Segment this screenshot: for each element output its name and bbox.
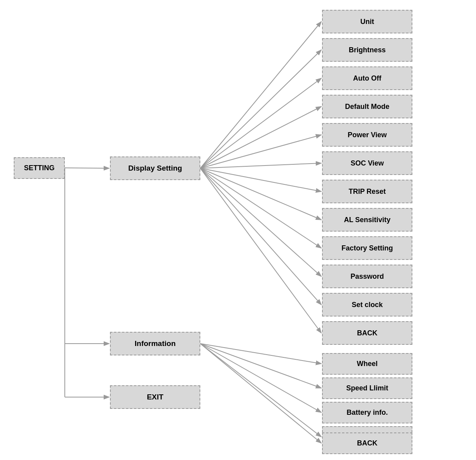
svg-line-60: [200, 344, 321, 443]
dc-set-clock[interactable]: Set clock: [322, 293, 412, 316]
display-setting-node[interactable]: Display Setting: [110, 156, 200, 180]
dc-soc-view[interactable]: SOC View: [322, 151, 412, 175]
ic-back[interactable]: BACK: [322, 432, 412, 454]
svg-line-47: [200, 107, 321, 168]
svg-line-49: [200, 163, 321, 168]
svg-line-58: [200, 344, 321, 412]
svg-line-52: [200, 168, 321, 248]
svg-line-54: [200, 168, 321, 305]
dc-brightness[interactable]: Brightness: [322, 38, 412, 62]
svg-line-57: [200, 344, 321, 388]
dc-default-mode[interactable]: Default Mode: [322, 95, 412, 118]
dc-power-view[interactable]: Power View: [322, 123, 412, 147]
svg-line-46: [200, 78, 321, 168]
svg-line-59: [200, 344, 321, 437]
ic-wheel[interactable]: Wheel: [322, 353, 412, 375]
dc-auto-off[interactable]: Auto Off: [322, 66, 412, 90]
dc-back[interactable]: BACK: [322, 321, 412, 345]
svg-line-45: [200, 50, 321, 168]
svg-line-53: [200, 168, 321, 276]
dc-factory-setting[interactable]: Factory Setting: [322, 236, 412, 260]
setting-node[interactable]: SETTING: [14, 157, 65, 179]
svg-line-44: [200, 22, 321, 168]
svg-line-56: [200, 344, 321, 364]
exit-node[interactable]: EXIT: [110, 385, 200, 409]
dc-trip-reset[interactable]: TRIP Reset: [322, 180, 412, 203]
ic-battery-info[interactable]: Battery info.: [322, 402, 412, 423]
svg-line-50: [200, 168, 321, 191]
dc-unit[interactable]: Unit: [322, 10, 412, 33]
svg-line-55: [200, 168, 321, 333]
information-node[interactable]: Information: [110, 332, 200, 355]
svg-line-51: [200, 168, 321, 220]
ic-speed-limit[interactable]: Speed Llimit: [322, 377, 412, 399]
svg-line-48: [200, 135, 321, 168]
svg-line-40: [65, 168, 109, 168]
dc-al-sensitivity[interactable]: AL Sensitivity: [322, 208, 412, 232]
dc-password[interactable]: Password: [322, 265, 412, 288]
